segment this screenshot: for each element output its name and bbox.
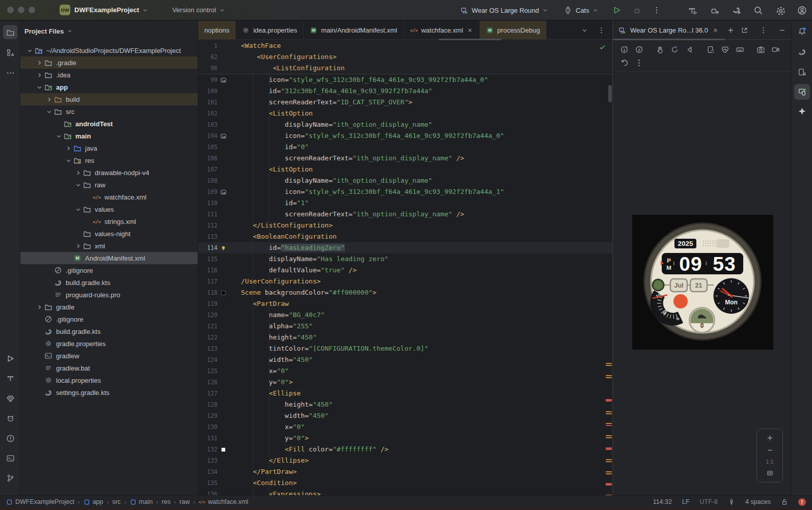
open-in-window-icon[interactable] xyxy=(741,26,748,34)
device-screen[interactable]: 2025 P M 09 53 Jul 21 Mon 100 50 0 xyxy=(632,215,773,350)
tree-item-main[interactable]: main xyxy=(20,130,198,142)
tree-item-res[interactable]: res xyxy=(20,154,198,166)
cat-tool-icon[interactable] xyxy=(6,414,15,423)
add-device-icon[interactable] xyxy=(727,26,735,34)
chevron-right-icon[interactable] xyxy=(64,144,73,152)
more-actions-kebab[interactable] xyxy=(653,6,661,14)
circle-2-icon[interactable]: 2 xyxy=(635,45,643,54)
keyboard-icon[interactable] xyxy=(736,45,744,54)
code-area[interactable]: 99 icon="style_wfs_312c30bf_f64a_461e_9c… xyxy=(198,74,612,500)
indent-setting[interactable]: 4 spaces xyxy=(745,498,771,505)
breadcrumb-src[interactable]: src xyxy=(112,498,121,505)
tree-item-raw[interactable]: raw xyxy=(20,179,198,191)
chevron-right-icon[interactable] xyxy=(35,303,44,311)
inspections-ok-icon[interactable] xyxy=(599,43,606,51)
more-tool-icon[interactable] xyxy=(6,69,15,77)
tri-left-icon[interactable] xyxy=(685,45,694,54)
tree-item-gradle.properties[interactable]: gradle.properties xyxy=(20,337,198,350)
project-tool-button[interactable] xyxy=(3,25,17,39)
chevron-down-icon[interactable] xyxy=(45,107,53,116)
structure-tool-icon[interactable] xyxy=(6,48,15,57)
tree-item-gradlew.bat[interactable]: gradlew.bat xyxy=(20,362,198,374)
pen-icon[interactable] xyxy=(728,498,735,505)
video-icon[interactable] xyxy=(771,45,780,54)
breadcrumb-app[interactable]: app xyxy=(84,498,103,505)
minimize-icon[interactable] xyxy=(778,26,786,34)
tree-item-build.gradle.kts[interactable]: build.gradle.kts xyxy=(20,325,198,337)
tree-item-watchface.xml[interactable]: </>watchface.xml xyxy=(20,191,198,203)
avatar-icon[interactable] xyxy=(797,6,807,15)
kebab-icon[interactable] xyxy=(760,26,767,34)
elephant-icon[interactable] xyxy=(798,47,806,56)
project-panel-header[interactable]: Project Files xyxy=(20,21,198,41)
editor-tab-processDebug[interactable]: MprocessDebug xyxy=(480,21,547,39)
device-tab-title[interactable]: Wear OS Large Ro...l 36.0 xyxy=(630,26,708,34)
elephant-sync-icon[interactable] xyxy=(732,6,741,15)
chevron-right-icon[interactable] xyxy=(35,59,44,67)
error-indicator[interactable]: ! xyxy=(798,498,806,506)
encoding[interactable]: UTF-8 xyxy=(700,498,718,505)
editor-tab-watchface.xml[interactable]: </>watchface.xml xyxy=(404,21,480,39)
undo-icon[interactable] xyxy=(620,59,629,67)
tree-item-.gitignore[interactable]: .gitignore xyxy=(20,264,198,276)
tree-item-build[interactable]: build xyxy=(20,93,198,105)
hammer-run-icon[interactable] xyxy=(688,6,697,15)
heart-icon[interactable] xyxy=(721,45,729,54)
project-name[interactable]: DWFExampleProject xyxy=(74,6,139,14)
hand-icon[interactable] xyxy=(656,45,664,54)
chevron-right-icon[interactable] xyxy=(74,242,83,250)
alert-tool-icon[interactable] xyxy=(6,434,15,443)
play-outline-tool-icon[interactable] xyxy=(6,354,15,363)
kebab-icon[interactable] xyxy=(635,59,643,67)
spark-icon[interactable] xyxy=(798,107,806,116)
breadcrumb-watchface.xml[interactable]: </>watchface.xml xyxy=(199,498,248,505)
editor-tab-idea.properties[interactable]: idea.properties xyxy=(236,21,304,39)
zoom-fit-icon[interactable] xyxy=(766,469,774,477)
hammer-t-tool-icon[interactable] xyxy=(6,374,15,383)
terminal-tool-tool-icon[interactable] xyxy=(6,454,15,463)
editor-scrollbar[interactable] xyxy=(608,85,612,102)
window-minimize-button[interactable] xyxy=(18,7,24,13)
tree-item-.gitignore[interactable]: .gitignore xyxy=(20,313,198,325)
device-selector[interactable]: Wear OS Large Round xyxy=(460,6,549,14)
close-icon[interactable] xyxy=(467,27,473,34)
breadcrumb-raw[interactable]: raw xyxy=(179,498,190,505)
bell-icon[interactable] xyxy=(798,27,806,36)
chevron-down-icon[interactable] xyxy=(25,46,34,54)
tree-item-app[interactable]: app xyxy=(20,81,198,93)
tree-item-AndroidStudioProjectsDWFExampleProject[interactable]: ~/AndroidStudioProjects/DWFExampleProjec… xyxy=(20,44,198,56)
tree-item-.idea[interactable]: .idea xyxy=(20,69,198,81)
branch-tool-icon[interactable] xyxy=(6,474,15,483)
editor-tab-noptions[interactable]: noptions xyxy=(198,21,236,39)
tree-item-strings.xml[interactable]: </>strings.xml xyxy=(20,215,198,228)
tree-item-xml[interactable]: xml xyxy=(20,240,198,252)
kebab-icon[interactable] xyxy=(598,26,605,34)
tree-item-src[interactable]: src xyxy=(20,105,198,118)
bug-arrow-icon[interactable] xyxy=(710,6,719,15)
camera-icon[interactable] xyxy=(756,45,765,54)
tree-item-androidTest[interactable]: androidTest xyxy=(20,118,198,130)
tree-item-AndroidManifest.xml[interactable]: MAndroidManifest.xml xyxy=(20,252,198,264)
tree-item-values[interactable]: values xyxy=(20,203,198,215)
run-config-selector[interactable]: Cats xyxy=(564,6,599,14)
zoom-in-icon[interactable] xyxy=(766,434,774,442)
tree-item-gradle[interactable]: gradle xyxy=(20,301,198,313)
circle-1-icon[interactable]: 1 xyxy=(620,45,629,54)
chevron-right-icon[interactable] xyxy=(74,168,83,177)
chevron-right-icon[interactable] xyxy=(35,71,44,79)
tree-item-java[interactable]: java xyxy=(20,142,198,154)
tree-item-.gradle[interactable]: .gradle xyxy=(20,56,198,69)
tree-item-proguard-rules.pro[interactable]: proguard-rules.pro xyxy=(20,289,198,301)
rotate-icon[interactable] xyxy=(670,45,679,54)
breadcrumb-main[interactable]: main xyxy=(130,498,153,505)
gem-tool-icon[interactable] xyxy=(6,394,15,403)
lock-open-icon[interactable] xyxy=(781,498,788,505)
line-ending[interactable]: LF xyxy=(682,498,690,505)
gear-big-icon[interactable] xyxy=(775,6,785,15)
tree-item-local.properties[interactable]: local.properties xyxy=(20,374,198,386)
tree-item-gradlew[interactable]: gradlew xyxy=(20,350,198,362)
chevron-down-icon[interactable] xyxy=(35,83,44,91)
chevron-down-icon[interactable] xyxy=(581,26,588,34)
zoom-out-icon[interactable] xyxy=(766,446,774,454)
close-icon[interactable] xyxy=(712,27,719,34)
